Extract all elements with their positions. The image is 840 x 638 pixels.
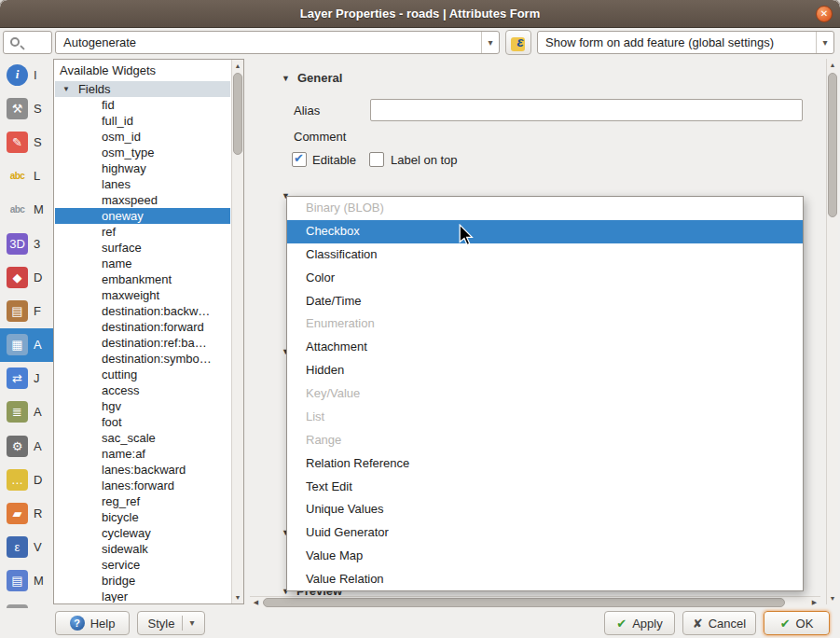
foot-field[interactable]: foot — [55, 414, 230, 430]
actions-tab[interactable]: ⚙ A — [0, 429, 53, 463]
relation-reference-option[interactable]: Relation Reference — [287, 452, 803, 476]
information-tab[interactable]: i I — [0, 58, 53, 91]
destination-backw-field[interactable]: destination:backw… — [55, 303, 230, 319]
scroll-left-icon[interactable]: ◀ — [250, 597, 262, 608]
form-area-scrollbar-thumb[interactable] — [828, 73, 837, 217]
cycleway-field[interactable]: cycleway — [55, 525, 230, 541]
color-option[interactable]: Color — [287, 267, 803, 290]
uuid-generator-option[interactable]: Uuid Generator — [287, 521, 803, 545]
value-map-option[interactable]: Value Map — [287, 545, 803, 568]
scroll-up-icon[interactable]: ▲ — [232, 60, 243, 72]
close-button[interactable]: ✕ — [816, 6, 833, 22]
tree-scrollbar[interactable]: ▲ ▼ — [231, 60, 243, 603]
scroll-down-icon[interactable]: ▼ — [827, 592, 838, 604]
destination-forward-field[interactable]: destination:forward — [55, 319, 230, 335]
date-time-option[interactable]: Date/Time — [287, 290, 803, 313]
cutting-field[interactable]: cutting — [55, 367, 230, 382]
sac-scale-field[interactable]: sac_scale — [55, 430, 230, 446]
lanes-field[interactable]: lanes — [55, 176, 230, 192]
osm-type-field[interactable]: osm_type — [55, 145, 230, 160]
embankment-field[interactable]: embankment — [55, 271, 230, 287]
style-button[interactable]: Style ▾ — [137, 611, 205, 635]
destination-ref-ba-field[interactable]: destination:ref:ba… — [55, 335, 230, 351]
layer-properties-dialog: Layer Properties - roads | Attributes Fo… — [0, 0, 840, 638]
check-icon: ✔ — [616, 617, 627, 631]
bridge-field[interactable]: bridge — [55, 573, 230, 589]
tree-scrollbar-thumb[interactable] — [233, 73, 242, 155]
tab-label: S — [34, 102, 42, 116]
variables-tab[interactable]: ε V — [0, 531, 53, 564]
osm-id-field[interactable]: osm_id — [55, 129, 230, 145]
destination-symbo-field[interactable]: destination:symbo… — [55, 351, 230, 367]
full-id-field[interactable]: full_id — [55, 113, 230, 129]
ok-button[interactable]: ✔ OK — [764, 611, 830, 635]
editable-checkbox[interactable] — [292, 152, 307, 167]
text-edit-option[interactable]: Text Edit — [287, 476, 803, 499]
name-field[interactable]: name — [55, 256, 230, 271]
apply-button[interactable]: ✔ Apply — [604, 611, 675, 635]
joins-tab[interactable]: ⇄ J — [0, 362, 53, 395]
maxspeed-field[interactable]: maxspeed — [55, 192, 230, 208]
source-tab[interactable]: ⚒ S — [0, 91, 53, 125]
sidewalk-field[interactable]: sidewalk — [55, 541, 230, 557]
tree-node-fields[interactable]: ▼ Fields — [55, 81, 230, 97]
cancel-button[interactable]: ✘ Cancel — [682, 611, 756, 635]
unique-values-option[interactable]: Unique Values — [287, 498, 803, 521]
lanes-backward-field[interactable]: lanes:backward — [55, 462, 230, 478]
diagrams-tab[interactable]: ◆ D — [0, 260, 53, 294]
search-input[interactable] — [3, 31, 52, 54]
maxweight-field[interactable]: maxweight — [55, 287, 230, 303]
key-value-option[interactable]: Key/Value — [287, 382, 803, 406]
auxiliary-storage-tab[interactable]: ≣ A — [0, 395, 53, 429]
surface-field[interactable]: surface — [55, 240, 230, 256]
show-form-dropdown[interactable]: Show form on add feature (global setting… — [537, 31, 834, 54]
metadata-tab[interactable]: ▤ M — [0, 564, 53, 598]
titlebar[interactable]: Layer Properties - roads | Attributes Fo… — [0, 0, 840, 28]
binary-blob-option[interactable]: Binary (BLOB) — [287, 197, 803, 220]
enumeration-option[interactable]: Enumeration — [287, 312, 803, 336]
attachment-option[interactable]: Attachment — [287, 336, 803, 359]
classification-option[interactable]: Classification — [287, 243, 803, 267]
attributes-form-tab[interactable]: ▦ A — [0, 328, 53, 362]
bicycle-field[interactable]: bicycle — [55, 509, 230, 525]
scroll-right-icon[interactable]: ▶ — [808, 597, 820, 608]
lanes-forward-field[interactable]: lanes:forward — [55, 478, 230, 493]
tree-root-label: Fields — [78, 82, 111, 96]
dependencies-tab[interactable]: ≣ D — [0, 598, 53, 608]
hidden-option[interactable]: Hidden — [287, 359, 803, 382]
help-button[interactable]: ? Help — [55, 611, 130, 635]
fid-field[interactable]: fid — [55, 97, 230, 113]
oneway-field[interactable]: oneway — [55, 208, 230, 224]
name-af-field[interactable]: name:af — [55, 446, 230, 462]
service-field[interactable]: service — [55, 557, 230, 573]
label-on-top-checkbox[interactable] — [369, 152, 384, 167]
display-tab[interactable]: … D — [0, 463, 53, 496]
alias-input[interactable] — [370, 99, 803, 121]
hgv-field[interactable]: hgv — [55, 398, 230, 414]
value-relation-option[interactable]: Value Relation — [287, 568, 803, 591]
tree-expand-icon[interactable]: ▼ — [62, 85, 70, 93]
general-section-expand-icon[interactable]: ▼ — [282, 74, 290, 83]
tab-label: 3 — [34, 237, 40, 251]
rendering-tab[interactable]: ▰ R — [0, 496, 53, 530]
scroll-down-icon[interactable]: ▼ — [232, 591, 243, 603]
labels-tab[interactable]: abc L — [0, 160, 53, 193]
layer-field[interactable]: layer — [55, 589, 230, 603]
symbology-tab[interactable]: ✎ S — [0, 125, 53, 159]
checkbox-option[interactable]: Checkbox — [287, 220, 803, 243]
access-field[interactable]: access — [55, 382, 230, 398]
form-area-scrollbar[interactable]: ▲ ▼ — [826, 59, 838, 604]
form-init-settings-button[interactable]: ε — [505, 30, 531, 55]
list-option[interactable]: List — [287, 406, 803, 429]
form-area-hscrollbar-thumb[interactable] — [263, 598, 785, 607]
ref-field[interactable]: ref — [55, 224, 230, 240]
fields-tab[interactable]: ▤ F — [0, 294, 53, 327]
scroll-up-icon[interactable]: ▲ — [827, 59, 838, 71]
range-option[interactable]: Range — [287, 429, 803, 452]
reg-ref-field[interactable]: reg_ref — [55, 493, 230, 509]
highway-field[interactable]: highway — [55, 160, 230, 176]
3d-view-tab[interactable]: 3D 3 — [0, 227, 53, 260]
form-layout-dropdown[interactable]: Autogenerate ▾ — [55, 31, 500, 54]
masks-tab[interactable]: abc M — [0, 193, 53, 227]
general-section-title: General — [297, 71, 342, 85]
